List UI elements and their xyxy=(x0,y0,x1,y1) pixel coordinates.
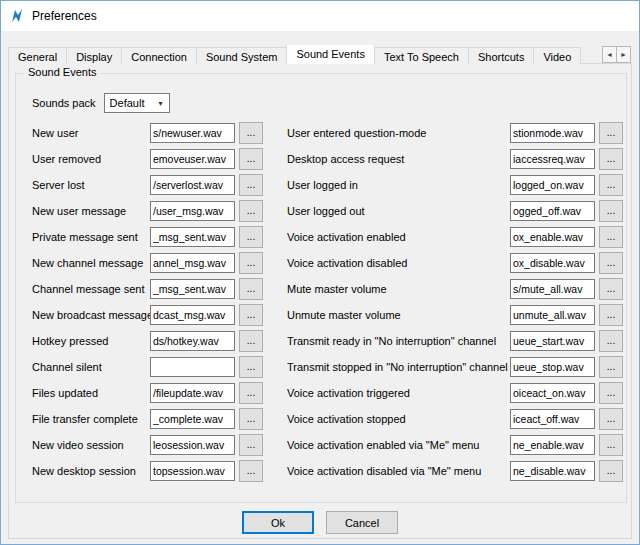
sound-event-row: Private message sent... xyxy=(32,224,263,250)
sound-event-label: Channel message sent xyxy=(32,283,150,295)
sound-event-row: User entered question-mode... xyxy=(287,120,623,146)
chevron-down-icon: ▾ xyxy=(153,94,169,112)
sound-file-input[interactable] xyxy=(150,123,235,143)
browse-button[interactable]: ... xyxy=(599,174,623,196)
sound-file-input[interactable] xyxy=(150,435,235,455)
sound-event-label: New channel message xyxy=(32,257,150,269)
sound-file-input[interactable] xyxy=(150,357,235,377)
sound-file-input[interactable] xyxy=(510,409,595,429)
sound-event-row: Desktop access request... xyxy=(287,146,623,172)
browse-button[interactable]: ... xyxy=(239,174,263,196)
sound-file-input[interactable] xyxy=(150,305,235,325)
sound-file-input[interactable] xyxy=(150,175,235,195)
sound-event-label: Server lost xyxy=(32,179,150,191)
sound-file-input[interactable] xyxy=(150,253,235,273)
browse-button[interactable]: ... xyxy=(599,278,623,300)
window-title: Preferences xyxy=(32,9,97,23)
tab-text-to-speech[interactable]: Text To Speech xyxy=(374,47,469,64)
tab-general[interactable]: General xyxy=(8,47,67,64)
sound-file-input[interactable] xyxy=(510,461,595,481)
sound-event-label: Unmute master volume xyxy=(287,309,510,321)
sound-file-input[interactable] xyxy=(150,383,235,403)
browse-button[interactable]: ... xyxy=(239,148,263,170)
browse-button[interactable]: ... xyxy=(239,434,263,456)
sound-event-label: Voice activation stopped xyxy=(287,413,510,425)
sound-file-input[interactable] xyxy=(150,227,235,247)
sound-event-row: Voice activation stopped... xyxy=(287,406,623,432)
sound-file-input[interactable] xyxy=(150,149,235,169)
app-icon xyxy=(9,8,25,24)
tab-shortcuts[interactable]: Shortcuts xyxy=(468,47,534,64)
sound-event-row: Voice activation disabled... xyxy=(287,250,623,276)
tab-sound-events[interactable]: Sound Events xyxy=(286,45,375,64)
sound-file-input[interactable] xyxy=(510,149,595,169)
browse-button[interactable]: ... xyxy=(239,460,263,482)
sound-event-row: User logged in... xyxy=(287,172,623,198)
sound-file-input[interactable] xyxy=(510,357,595,377)
browse-button[interactable]: ... xyxy=(239,356,263,378)
sound-file-input[interactable] xyxy=(510,227,595,247)
tab-scroll-right-icon[interactable]: ► xyxy=(616,46,631,63)
browse-button[interactable]: ... xyxy=(599,330,623,352)
sound-event-label: Channel silent xyxy=(32,361,150,373)
sound-event-label: New video session xyxy=(32,439,150,451)
sound-event-row: User logged out... xyxy=(287,198,623,224)
sound-file-input[interactable] xyxy=(510,175,595,195)
browse-button[interactable]: ... xyxy=(239,200,263,222)
sound-file-input[interactable] xyxy=(510,305,595,325)
sound-event-row: Voice activation enabled... xyxy=(287,224,623,250)
browse-button[interactable]: ... xyxy=(599,252,623,274)
browse-button[interactable]: ... xyxy=(239,408,263,430)
tab-connection[interactable]: Connection xyxy=(121,47,197,64)
browse-button[interactable]: ... xyxy=(599,434,623,456)
browse-button[interactable]: ... xyxy=(239,304,263,326)
browse-button[interactable]: ... xyxy=(599,382,623,404)
sound-file-input[interactable] xyxy=(150,461,235,481)
sound-event-row: Files updated... xyxy=(32,380,263,406)
tab-video[interactable]: Video xyxy=(533,47,581,64)
cancel-button[interactable]: Cancel xyxy=(326,511,398,534)
sound-event-label: Hotkey pressed xyxy=(32,335,150,347)
sound-event-label: User logged out xyxy=(287,205,510,217)
browse-button[interactable]: ... xyxy=(599,148,623,170)
sound-event-label: Voice activation disabled via "Me" menu xyxy=(287,465,510,477)
browse-button[interactable]: ... xyxy=(599,356,623,378)
sound-file-input[interactable] xyxy=(150,201,235,221)
browse-button[interactable]: ... xyxy=(239,330,263,352)
browse-button[interactable]: ... xyxy=(599,122,623,144)
browse-button[interactable]: ... xyxy=(239,226,263,248)
tab-display[interactable]: Display xyxy=(66,47,122,64)
tab-sound-system[interactable]: Sound System xyxy=(196,47,288,64)
browse-button[interactable]: ... xyxy=(239,278,263,300)
sound-event-label: Desktop access request xyxy=(287,153,510,165)
left-column: New user...User removed...Server lost...… xyxy=(32,120,263,484)
sound-file-input[interactable] xyxy=(510,123,595,143)
browse-button[interactable]: ... xyxy=(599,226,623,248)
sound-rows-grid: New user...User removed...Server lost...… xyxy=(32,120,626,484)
sound-file-input[interactable] xyxy=(150,331,235,351)
sound-file-input[interactable] xyxy=(150,279,235,299)
browse-button[interactable]: ... xyxy=(599,408,623,430)
sounds-pack-row: Sounds pack Default ▾ xyxy=(32,92,626,114)
browse-button[interactable]: ... xyxy=(599,200,623,222)
ok-button[interactable]: Ok xyxy=(242,511,314,534)
sound-file-input[interactable] xyxy=(510,435,595,455)
browse-button[interactable]: ... xyxy=(239,252,263,274)
sound-file-input[interactable] xyxy=(150,409,235,429)
sound-file-input[interactable] xyxy=(510,383,595,403)
browse-button[interactable]: ... xyxy=(239,122,263,144)
sound-event-row: New desktop session... xyxy=(32,458,263,484)
sound-event-row: New video session... xyxy=(32,432,263,458)
sound-file-input[interactable] xyxy=(510,253,595,273)
sounds-pack-label: Sounds pack xyxy=(32,97,96,109)
sound-file-input[interactable] xyxy=(510,279,595,299)
tab-scroll-left-icon[interactable]: ◄ xyxy=(602,46,617,63)
browse-button[interactable]: ... xyxy=(239,382,263,404)
sound-file-input[interactable] xyxy=(510,331,595,351)
sound-file-input[interactable] xyxy=(510,201,595,221)
browse-button[interactable]: ... xyxy=(599,460,623,482)
sounds-pack-combo[interactable]: Default ▾ xyxy=(104,93,170,113)
sound-event-label: File transfer complete xyxy=(32,413,150,425)
sound-event-row: Voice activation disabled via "Me" menu.… xyxy=(287,458,623,484)
browse-button[interactable]: ... xyxy=(599,304,623,326)
